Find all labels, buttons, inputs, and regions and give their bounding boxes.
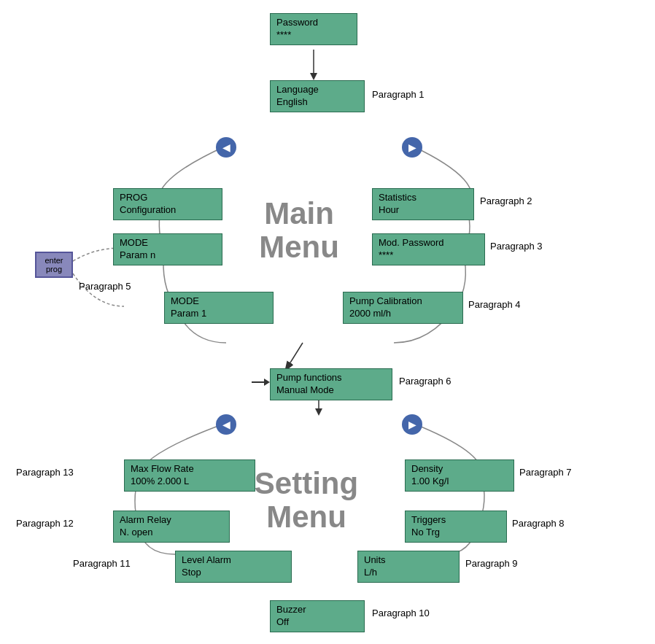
diagram-container: Password **** Language English Paragraph…	[0, 0, 655, 644]
units-line1: Units	[364, 554, 453, 567]
mod-password-line1: Mod. Password	[379, 237, 478, 249]
paragraph1-label: Paragraph 1	[372, 89, 425, 100]
paragraph6-label: Paragraph 6	[399, 376, 451, 387]
paragraph8-label: Paragraph 8	[512, 518, 565, 529]
level-alarm-line2: Stop	[182, 567, 285, 579]
enter-line1: enter	[41, 256, 67, 265]
main-menu-title: MainMenu	[241, 197, 357, 264]
main-menu-right-arrow[interactable]: ▶	[402, 137, 422, 158]
language-line2: English	[276, 96, 358, 109]
paragraph11-label: Paragraph 11	[73, 558, 131, 569]
pump-functions-box: Pump functions Manual Mode	[270, 368, 392, 400]
pump-calib-line2: 2000 ml/h	[349, 308, 457, 320]
password-box: Password ****	[270, 13, 357, 45]
mode-param-n-box: MODE Param n	[113, 233, 222, 265]
svg-marker-5	[264, 379, 270, 386]
password-line1: Password	[276, 17, 351, 29]
paragraph10-label: Paragraph 10	[372, 608, 430, 618]
statistics-line1: Statistics	[379, 192, 468, 204]
statistics-box: Statistics Hour	[372, 188, 474, 220]
buzzer-line2: Off	[276, 616, 358, 629]
mode-param-1-line1: MODE	[171, 295, 267, 308]
mod-password-box: Mod. Password ****	[372, 233, 485, 265]
svg-marker-7	[315, 408, 322, 416]
pump-calib-box: Pump Calibration 2000 ml/h	[343, 292, 463, 324]
statistics-line2: Hour	[379, 204, 468, 217]
units-line2: L/h	[364, 567, 453, 579]
density-box: Density 1.00 Kg/l	[405, 459, 514, 492]
prog-config-box: PROG Configuration	[113, 188, 222, 220]
prog-config-line1: PROG	[120, 192, 216, 204]
main-menu-left-arrow[interactable]: ◀	[216, 137, 236, 158]
level-alarm-line1: Level Alarm	[182, 554, 285, 567]
triggers-box: Triggers No Trg	[405, 511, 507, 543]
paragraph7-label: Paragraph 7	[519, 467, 572, 478]
paragraph2-label: Paragraph 2	[480, 195, 532, 206]
prog-config-line2: Configuration	[120, 204, 216, 217]
mod-password-line2: ****	[379, 249, 478, 262]
pump-calib-line1: Pump Calibration	[349, 295, 457, 308]
alarm-relay-box: Alarm Relay N. open	[113, 511, 230, 543]
level-alarm-box: Level Alarm Stop	[175, 551, 292, 583]
max-flow-box: Max Flow Rate 100% 2.000 L	[124, 459, 255, 492]
enter-prog-button[interactable]: enter prog	[35, 252, 73, 278]
max-flow-line1: Max Flow Rate	[131, 463, 249, 476]
mode-param-1-line2: Param 1	[171, 308, 267, 320]
pump-functions-line1: Pump functions	[276, 372, 386, 384]
pump-functions-line2: Manual Mode	[276, 384, 386, 397]
password-line2: ****	[276, 29, 351, 42]
triggers-line2: No Trg	[411, 527, 500, 539]
triggers-line1: Triggers	[411, 514, 500, 527]
mode-param-n-line1: MODE	[120, 237, 216, 249]
paragraph3-label: Paragraph 3	[490, 241, 543, 252]
alarm-relay-line2: N. open	[120, 527, 223, 539]
alarm-relay-line1: Alarm Relay	[120, 514, 223, 527]
density-line1: Density	[411, 463, 508, 476]
svg-line-2	[284, 343, 303, 372]
mode-param-1-box: MODE Param 1	[164, 292, 274, 324]
setting-menu-right-arrow[interactable]: ▶	[402, 414, 422, 435]
prog-line2: prog	[41, 265, 67, 273]
buzzer-box: Buzzer Off	[270, 600, 365, 632]
language-box: Language English	[270, 80, 365, 112]
units-box: Units L/h	[357, 551, 460, 583]
paragraph12-label: Paragraph 12	[16, 518, 74, 529]
density-line2: 1.00 Kg/l	[411, 476, 508, 488]
buzzer-line1: Buzzer	[276, 604, 358, 616]
svg-marker-1	[310, 73, 317, 80]
mode-param-n-line2: Param n	[120, 249, 216, 262]
max-flow-line2: 100% 2.000 L	[131, 476, 249, 488]
paragraph13-label: Paragraph 13	[16, 467, 74, 478]
paragraph9-label: Paragraph 9	[465, 558, 518, 569]
paragraph5-label: Paragraph 5	[79, 281, 131, 292]
language-line1: Language	[276, 84, 358, 96]
paragraph4-label: Paragraph 4	[468, 299, 521, 310]
setting-menu-left-arrow[interactable]: ◀	[216, 414, 236, 435]
setting-menu-title: SettingMenu	[241, 467, 372, 534]
